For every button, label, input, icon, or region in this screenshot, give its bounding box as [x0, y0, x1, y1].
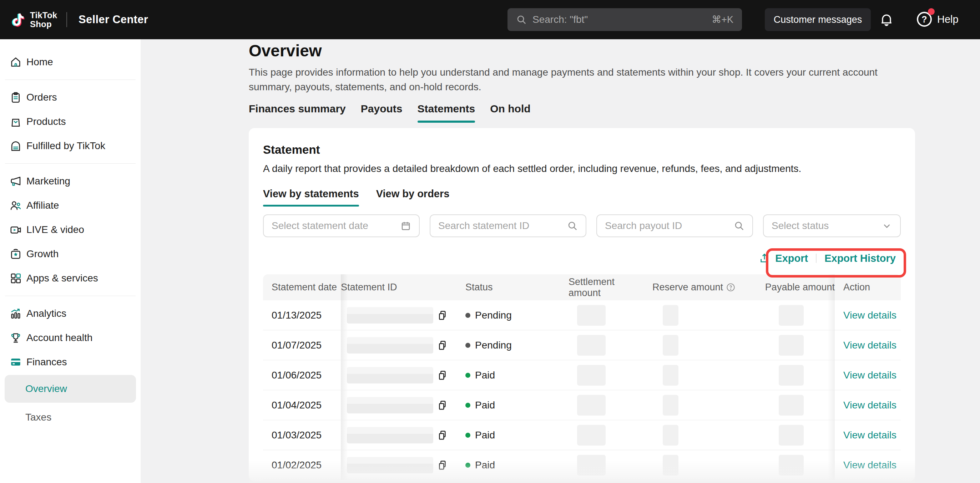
main-content: Overview This page provides information …: [141, 39, 980, 483]
sidebar-item-label: Account health: [26, 332, 92, 343]
statement-id-cell: [341, 420, 456, 450]
statement-id-cell: [341, 360, 456, 390]
tiktok-note-icon: [10, 10, 26, 29]
status-select[interactable]: Select status: [763, 214, 901, 237]
statement-card: Statement A daily report that provides a…: [249, 128, 915, 481]
copy-icon[interactable]: [437, 310, 448, 321]
export-button[interactable]: Export: [759, 253, 808, 264]
redacted-amount: [663, 395, 678, 416]
payout-id-input[interactable]: [605, 220, 734, 232]
redacted-amount: [663, 425, 678, 446]
sidebar-item-orders[interactable]: Orders: [0, 85, 141, 110]
copy-icon[interactable]: [437, 370, 448, 381]
tab-view-by-statements[interactable]: View by statements: [263, 188, 359, 207]
tab-payouts[interactable]: Payouts: [361, 103, 402, 123]
tiktok-shop-logo[interactable]: TikTok Shop: [10, 0, 57, 39]
statement-id-filter[interactable]: [430, 214, 586, 237]
tab-finances-summary[interactable]: Finances summary: [249, 103, 346, 123]
sidebar-item-home[interactable]: Home: [0, 50, 141, 74]
status-cell: Paid: [456, 450, 568, 480]
sidebar-item-overview[interactable]: Overview: [5, 375, 136, 403]
redacted-amount: [577, 425, 606, 446]
apps-services-icon: [9, 272, 22, 284]
export-history-button[interactable]: Export History: [824, 253, 896, 264]
table-header: Statement date Statement ID Status Settl…: [263, 274, 901, 300]
tab-view-by-orders[interactable]: View by orders: [376, 188, 450, 207]
app-title: Seller Center: [78, 0, 148, 39]
statement-date-input[interactable]: [272, 220, 401, 232]
sidebar-item-marketing[interactable]: Marketing: [0, 169, 141, 193]
copy-icon[interactable]: [437, 340, 448, 351]
payout-id-filter[interactable]: [597, 214, 753, 237]
status-label: Pending: [475, 340, 512, 351]
export-row: Export Export History: [263, 245, 901, 272]
sidebar-item-growth[interactable]: Growth: [0, 242, 141, 266]
table-row: 01/02/2025 Paid View details: [263, 450, 901, 480]
home-icon: [9, 56, 22, 68]
sidebar-item-apps-services[interactable]: Apps & services: [0, 266, 141, 291]
sidebar-item-account-health[interactable]: Account health: [0, 326, 141, 350]
divider: [5, 296, 135, 296]
payable-amount-cell: [735, 450, 835, 480]
notifications-button[interactable]: [879, 12, 894, 27]
statement-title: Statement: [263, 143, 901, 157]
brand-wordmark: TikTok Shop: [30, 11, 57, 29]
settlement-amount-cell: [568, 390, 641, 420]
sidebar-item-taxes[interactable]: Taxes: [5, 404, 136, 431]
sidebar-item-label: Orders: [26, 92, 57, 103]
view-details-link[interactable]: View details: [843, 459, 896, 471]
statement-date-cell: 01/13/2025: [263, 300, 341, 330]
tab-statements[interactable]: Statements: [418, 103, 476, 123]
view-details-link[interactable]: View details: [843, 370, 896, 381]
status-label: Paid: [475, 429, 495, 441]
redacted-amount: [577, 335, 606, 356]
info-icon[interactable]: [726, 283, 735, 292]
tab-on-hold[interactable]: On hold: [490, 103, 530, 123]
copy-icon[interactable]: [437, 429, 448, 441]
redacted-amount: [663, 365, 678, 386]
analytics-icon: [9, 307, 22, 320]
copy-icon[interactable]: [437, 400, 448, 411]
finances-icon: [9, 356, 22, 369]
statement-id-input[interactable]: [438, 220, 567, 232]
statement-id-cell: [341, 330, 456, 360]
customer-messages-button[interactable]: Customer messages: [765, 8, 871, 31]
sidebar-item-label: Growth: [26, 248, 59, 260]
sidebar-item-finances[interactable]: Finances: [0, 350, 141, 374]
payable-amount-cell: [735, 360, 835, 390]
sidebar-item-products[interactable]: Products: [0, 110, 141, 134]
statement-date-cell: 01/07/2025: [263, 330, 341, 360]
view-details-link[interactable]: View details: [843, 429, 896, 441]
sidebar-item-fulfilled-by-tiktok[interactable]: Fulfilled by TikTok: [0, 134, 141, 158]
status-label: Paid: [475, 370, 495, 381]
sidebar-item-label: Apps & services: [26, 273, 98, 284]
sidebar-item-label: Taxes: [25, 412, 51, 423]
redacted-amount: [577, 455, 606, 475]
top-bar: TikTok Shop Seller Center Search: "fbt" …: [0, 0, 980, 39]
search-icon: [567, 221, 578, 231]
status-dot-icon: [465, 313, 470, 318]
reserve-amount-cell: [641, 330, 735, 360]
action-cell: View details: [835, 390, 900, 420]
copy-icon[interactable]: [437, 459, 448, 471]
view-details-link[interactable]: View details: [843, 400, 896, 411]
action-cell: View details: [835, 450, 900, 480]
help-label: Help: [937, 14, 959, 25]
search-icon: [516, 14, 527, 25]
view-details-link[interactable]: View details: [843, 310, 896, 321]
sidebar-item-label: Affiliate: [26, 200, 59, 211]
bell-icon: [879, 12, 894, 27]
help-button[interactable]: ? Help: [916, 11, 959, 28]
reserve-amount-cell: [641, 450, 735, 480]
sidebar-item-analytics[interactable]: Analytics: [0, 302, 141, 326]
sidebar-item-live-video[interactable]: LIVE & video: [0, 218, 141, 242]
payable-amount-cell: [735, 330, 835, 360]
col-statement-id: Statement ID: [341, 274, 456, 300]
global-search-input[interactable]: Search: "fbt" ⌘+K: [508, 8, 742, 31]
view-details-link[interactable]: View details: [843, 340, 896, 351]
sidebar-item-affiliate[interactable]: Affiliate: [0, 193, 141, 218]
status-cell: Pending: [456, 330, 568, 360]
statement-date-filter[interactable]: [263, 214, 420, 237]
statement-id-cell: [341, 300, 456, 330]
action-cell: View details: [835, 420, 900, 450]
